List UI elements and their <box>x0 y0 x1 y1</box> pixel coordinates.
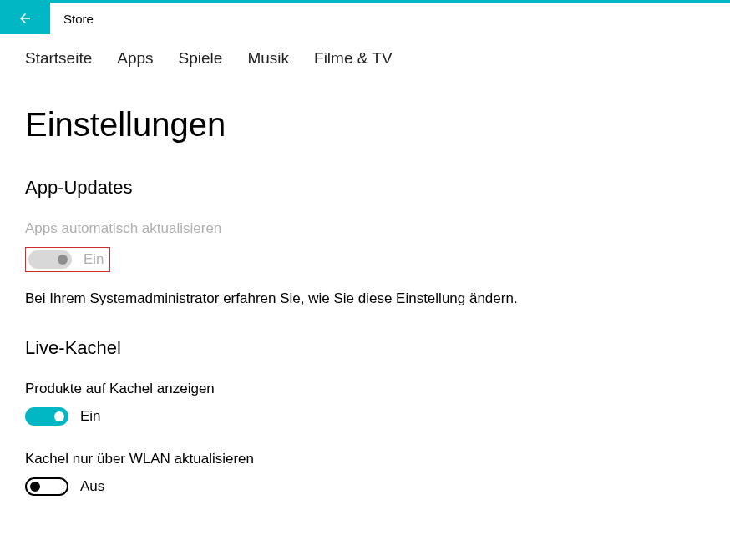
nav-tabs: Startseite Apps Spiele Musik Filme & TV <box>0 34 730 79</box>
toggle-knob <box>54 411 64 421</box>
highlighted-toggle: Ein <box>25 247 110 272</box>
setting-label-products: Produkte auf Kachel anzeigen <box>25 381 705 397</box>
app-title: Store <box>63 12 94 26</box>
tab-musik[interactable]: Musik <box>247 49 289 68</box>
tab-filme-tv[interactable]: Filme & TV <box>314 49 393 68</box>
toggle-auto-update <box>28 250 72 269</box>
info-text-admin: Bei Ihrem Systemadministrator erfahren S… <box>25 290 705 307</box>
setting-block-products: Produkte auf Kachel anzeigen Ein <box>25 381 705 426</box>
toggle-knob <box>30 482 40 492</box>
toggle-state-products: Ein <box>80 408 101 425</box>
toggle-products-on-tile[interactable] <box>25 407 68 426</box>
setting-label-wlan: Kachel nur über WLAN aktualisieren <box>25 451 705 467</box>
section-heading-app-updates: App-Updates <box>25 177 705 199</box>
arrow-left-icon <box>18 11 33 26</box>
tab-apps[interactable]: Apps <box>117 49 153 68</box>
toggle-state-wlan: Aus <box>80 478 104 495</box>
section-heading-live-tile: Live-Kachel <box>25 337 705 359</box>
back-button[interactable] <box>0 3 50 34</box>
toggle-wlan-only[interactable] <box>25 477 68 496</box>
tab-spiele[interactable]: Spiele <box>179 49 223 68</box>
setting-block-wlan: Kachel nur über WLAN aktualisieren Aus <box>25 451 705 496</box>
toggle-knob <box>58 255 68 265</box>
toggle-state-auto-update: Ein <box>84 251 104 268</box>
content-area: Einstellungen App-Updates Apps automatis… <box>0 106 730 496</box>
tab-startseite[interactable]: Startseite <box>25 49 92 68</box>
toggle-row-products: Ein <box>25 407 705 426</box>
setting-label-auto-update: Apps automatisch aktualisieren <box>25 220 705 237</box>
page-title: Einstellungen <box>25 106 705 144</box>
titlebar: Store <box>0 3 730 34</box>
toggle-row-wlan: Aus <box>25 477 705 496</box>
